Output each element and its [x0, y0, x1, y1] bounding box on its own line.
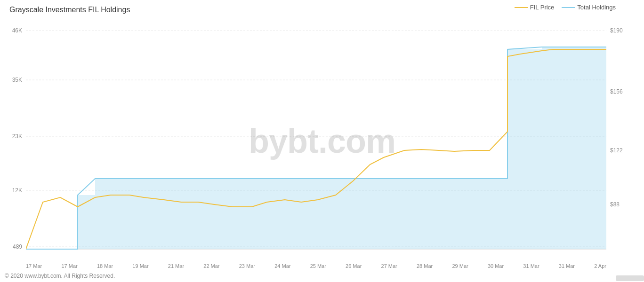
chart-svg: [26, 19, 606, 254]
y-left-label-3: 12K: [12, 187, 22, 194]
x-label-6: 23 Mar: [239, 263, 255, 269]
holdings-fill-area: [26, 47, 606, 249]
y-left-label-4: 489: [13, 243, 22, 250]
legend-holdings-line: [562, 7, 575, 8]
y-left-label-2: 23K: [12, 133, 22, 140]
legend-holdings-label: Total Holdings: [577, 4, 616, 11]
x-axis: 17 Mar 17 Mar 18 Mar 19 Mar 21 Mar 22 Ma…: [26, 263, 606, 269]
y-axis-right: $190 $156 $122 $88: [606, 19, 644, 254]
x-label-7: 24 Mar: [274, 263, 290, 269]
x-label-16: 2 Apr: [594, 263, 606, 269]
legend-fil-price-label: FIL Price: [530, 4, 555, 11]
legend-total-holdings: Total Holdings: [562, 4, 616, 11]
y-right-label-3: $88: [610, 201, 620, 208]
y-right-label-0: $190: [610, 27, 623, 34]
chart-container: Grayscale Investments FIL Holdings FIL P…: [0, 0, 644, 282]
x-label-4: 21 Mar: [168, 263, 184, 269]
x-label-10: 27 Mar: [381, 263, 397, 269]
legend-fil-price-line: [515, 7, 528, 8]
x-label-2: 18 Mar: [97, 263, 113, 269]
x-label-1: 17 Mar: [61, 263, 77, 269]
legend-fil-price: FIL Price: [515, 4, 555, 11]
x-label-9: 26 Mar: [346, 263, 362, 269]
y-right-label-1: $156: [610, 88, 623, 95]
scrollbar-thumb[interactable]: [616, 275, 644, 281]
x-label-3: 19 Mar: [132, 263, 148, 269]
y-right-label-2: $122: [610, 147, 623, 154]
chart-area: [26, 19, 606, 254]
footer: © 2020 www.bybt.com. All Rights Reserved…: [5, 273, 115, 279]
y-left-label-1: 35K: [12, 77, 22, 83]
x-label-13: 30 Mar: [488, 263, 504, 269]
x-label-5: 22 Mar: [203, 263, 219, 269]
x-label-8: 25 Mar: [310, 263, 326, 269]
y-left-label-0: 46K: [12, 27, 22, 34]
x-label-11: 28 Mar: [417, 263, 433, 269]
x-label-12: 29 Mar: [452, 263, 468, 269]
x-label-14: 31 Mar: [523, 263, 539, 269]
x-label-0: 17 Mar: [26, 263, 42, 269]
chart-title: Grayscale Investments FIL Holdings: [9, 6, 130, 14]
x-label-15: 31 Mar: [559, 263, 575, 269]
chart-legend: FIL Price Total Holdings: [515, 4, 616, 11]
y-axis-left: 46K 35K 23K 12K 489: [0, 19, 26, 254]
